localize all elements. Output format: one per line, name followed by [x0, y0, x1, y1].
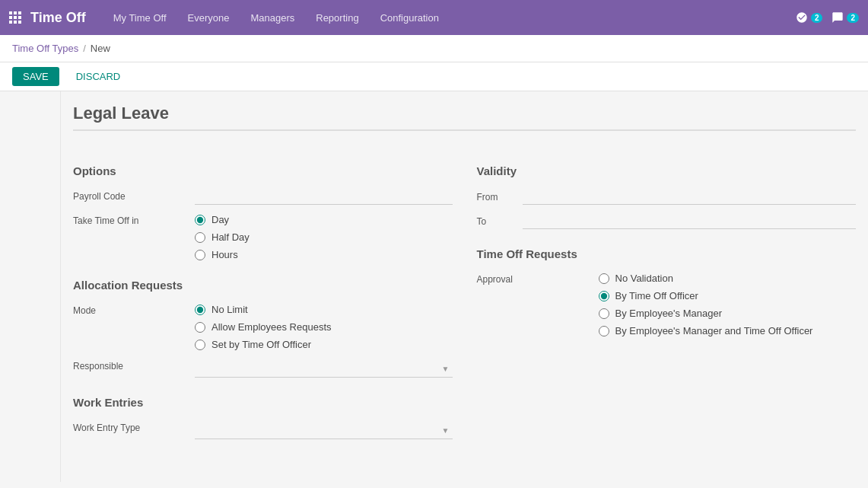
- radio-half-day-label: Half Day: [211, 231, 250, 243]
- form-title-area: [73, 91, 856, 131]
- validity-from-input[interactable]: [523, 190, 857, 205]
- mode-radio-group: No Limit Allow Employees Requests Set by…: [195, 304, 453, 350]
- topnav-menu: My Time Off Everyone Managers Reporting …: [104, 6, 796, 30]
- options-section: Options Payroll Code Take Time Off in: [73, 164, 453, 260]
- radio-allow-employees[interactable]: Allow Employees Requests: [195, 321, 453, 333]
- right-column: Validity From To Time Off Requests: [477, 146, 857, 458]
- form-container: Options Payroll Code Take Time Off in: [61, 91, 868, 476]
- radio-set-by-officer-input[interactable]: [195, 340, 205, 350]
- validity-to-label: To: [477, 216, 523, 227]
- options-title: Options: [73, 164, 453, 177]
- messages-badge[interactable]: 2: [831, 11, 859, 24]
- payroll-code-value: [195, 190, 453, 205]
- validity-from-row: From: [477, 190, 857, 205]
- nav-managers[interactable]: Managers: [241, 6, 304, 30]
- radio-no-validation-input[interactable]: [599, 273, 609, 284]
- breadcrumb-separator: /: [83, 43, 86, 54]
- radio-hours[interactable]: Hours: [195, 249, 453, 260]
- time-off-requests-title: Time Off Requests: [477, 247, 857, 260]
- radio-no-validation-label: No Validation: [615, 273, 673, 284]
- save-button[interactable]: SAVE: [12, 67, 59, 86]
- activity-badge[interactable]: 2: [796, 11, 823, 24]
- radio-set-by-officer[interactable]: Set by Time Off Officer: [195, 339, 453, 350]
- work-entry-type-wrapper: ▼: [195, 421, 453, 439]
- nav-my-time-off[interactable]: My Time Off: [104, 6, 176, 30]
- mode-row: Mode No Limit Allow Employees Requests: [73, 304, 453, 350]
- svg-rect-5: [18, 16, 21, 19]
- validity-section: Validity From To: [477, 164, 857, 229]
- radio-day[interactable]: Day: [195, 214, 453, 225]
- two-col-layout: Options Payroll Code Take Time Off in: [73, 146, 856, 458]
- svg-rect-6: [9, 21, 12, 24]
- radio-no-limit-input[interactable]: [195, 305, 205, 315]
- time-off-radio-group: Day Half Day Hours: [195, 214, 453, 260]
- grid-icon[interactable]: [9, 11, 21, 24]
- approval-label: Approval: [477, 273, 599, 285]
- app-title: Time Off: [30, 10, 86, 26]
- take-time-off-label: Take Time Off in: [73, 214, 195, 226]
- toolbar: SAVE DISCARD: [0, 62, 868, 91]
- radio-half-day[interactable]: Half Day: [195, 231, 453, 243]
- validity-to-input[interactable]: [523, 214, 857, 229]
- work-entries-section: Work Entries Work Entry Type ▼: [73, 396, 453, 439]
- radio-day-input[interactable]: [195, 215, 205, 225]
- breadcrumb-parent[interactable]: Time Off Types: [12, 43, 78, 54]
- radio-by-manager-label: By Employee's Manager: [615, 308, 723, 319]
- allocation-section: Allocation Requests Mode No Limit: [73, 279, 453, 378]
- radio-by-both[interactable]: By Employee's Manager and Time Off Offic…: [599, 325, 857, 336]
- radio-by-officer-input[interactable]: [599, 291, 609, 301]
- radio-allow-employees-input[interactable]: [195, 322, 205, 333]
- svg-rect-1: [14, 11, 17, 14]
- svg-rect-8: [18, 21, 21, 24]
- validity-title: Validity: [477, 164, 857, 177]
- discard-button[interactable]: DISCARD: [65, 67, 132, 86]
- payroll-code-row: Payroll Code: [73, 190, 453, 205]
- responsible-select[interactable]: [195, 359, 453, 378]
- payroll-code-label: Payroll Code: [73, 190, 195, 202]
- radio-no-limit-label: No Limit: [211, 304, 248, 315]
- svg-rect-0: [9, 11, 12, 14]
- nav-reporting[interactable]: Reporting: [307, 6, 367, 30]
- radio-by-manager[interactable]: By Employee's Manager: [599, 308, 857, 319]
- radio-hours-label: Hours: [211, 249, 238, 260]
- content-area: Options Payroll Code Take Time Off in: [61, 91, 868, 482]
- activity-count: 2: [811, 13, 823, 23]
- work-entries-title: Work Entries: [73, 396, 453, 409]
- radio-by-officer-label: By Time Off Officer: [615, 290, 698, 301]
- validity-from-label: From: [477, 192, 523, 203]
- radio-by-manager-input[interactable]: [599, 308, 609, 319]
- mode-label: Mode: [73, 304, 195, 316]
- radio-by-both-label: By Employee's Manager and Time Off Offic…: [615, 325, 813, 336]
- topnav-right: 2 2: [796, 11, 859, 24]
- radio-half-day-input[interactable]: [195, 232, 205, 243]
- form-title-input[interactable]: [73, 104, 856, 123]
- allocation-title: Allocation Requests: [73, 279, 453, 292]
- radio-allow-employees-label: Allow Employees Requests: [211, 321, 332, 333]
- work-entry-type-label: Work Entry Type: [73, 421, 195, 433]
- work-entry-type-row: Work Entry Type ▼: [73, 421, 453, 439]
- nav-everyone[interactable]: Everyone: [179, 6, 239, 30]
- breadcrumb: Time Off Types / New: [0, 35, 868, 62]
- svg-rect-3: [9, 16, 12, 19]
- approval-row: Approval No Validation By Time Off Offic…: [477, 273, 857, 336]
- radio-no-validation[interactable]: No Validation: [599, 273, 857, 284]
- message-count: 2: [847, 13, 859, 23]
- responsible-row: Responsible ▼: [73, 359, 453, 378]
- breadcrumb-current: New: [91, 43, 110, 54]
- radio-no-limit[interactable]: No Limit: [195, 304, 453, 315]
- svg-rect-2: [18, 11, 21, 14]
- radio-day-label: Day: [211, 214, 229, 225]
- take-time-off-row: Take Time Off in Day Half Day: [73, 214, 453, 260]
- svg-rect-4: [14, 16, 17, 19]
- approval-radio-group: No Validation By Time Off Officer By Emp…: [599, 273, 857, 336]
- responsible-label: Responsible: [73, 359, 195, 372]
- left-column: Options Payroll Code Take Time Off in: [73, 146, 453, 458]
- radio-by-both-input[interactable]: [599, 326, 609, 336]
- radio-hours-input[interactable]: [195, 250, 205, 260]
- payroll-code-input[interactable]: [195, 190, 453, 205]
- time-off-requests-section: Time Off Requests Approval No Validation: [477, 247, 857, 336]
- nav-configuration[interactable]: Configuration: [371, 6, 448, 30]
- radio-by-officer[interactable]: By Time Off Officer: [599, 290, 857, 301]
- work-entry-type-select[interactable]: [195, 421, 453, 439]
- radio-set-by-officer-label: Set by Time Off Officer: [211, 339, 311, 350]
